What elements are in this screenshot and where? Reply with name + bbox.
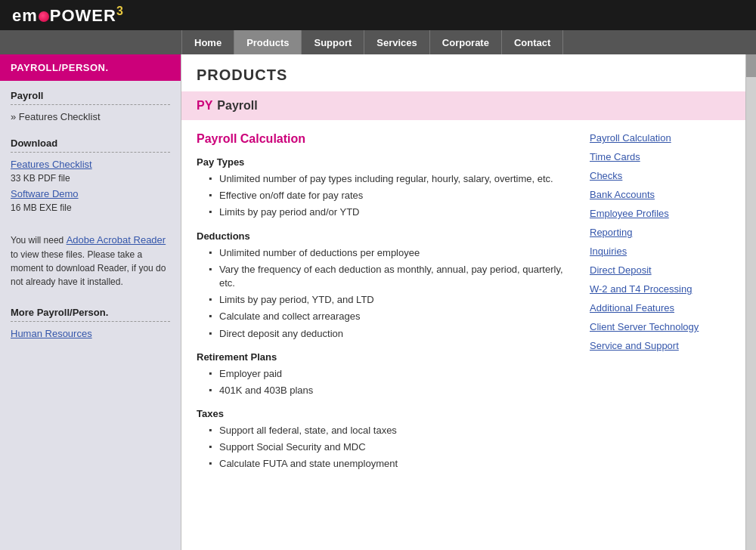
header: emPOWER3 (0, 0, 756, 30)
products-title: PRODUCTS (181, 54, 756, 91)
logo-em: em (12, 6, 38, 25)
right-nav: Payroll CalculationTime CardsChecksBank … (590, 132, 741, 474)
retirement-title: Retirement Plans (197, 351, 575, 363)
right-nav-link[interactable]: Checks (590, 170, 741, 181)
list-item: Employer paid (209, 367, 575, 381)
right-nav-link[interactable]: Client Server Technology (590, 321, 741, 332)
logo-circle-icon (39, 11, 49, 22)
payroll-title-text: Payroll (217, 99, 257, 113)
list-item: Calculate and collect arrearages (209, 310, 575, 323)
sidebar-features-checklist-size: 33 KB PDF file (11, 171, 170, 185)
sidebar-divider-3 (11, 321, 170, 322)
taxes-title: Taxes (197, 408, 575, 419)
sidebar-software-demo-link[interactable]: Software Demo (11, 188, 170, 199)
taxes-list: Support all federal, state, and local ta… (209, 424, 575, 471)
sidebar-human-resources-link[interactable]: Human Resources (11, 328, 170, 339)
list-item: Limits by pay period and/or YTD (209, 205, 575, 219)
sidebar-features-checklist-link[interactable]: Features Checklist (11, 159, 170, 170)
py-badge: PY (197, 99, 212, 113)
sidebar-note-text: You will need Adobe Acrobat Reader to vi… (11, 233, 170, 289)
logo: emPOWER3 (12, 5, 124, 26)
sidebar: PAYROLL/PERSON. Payroll » Features Check… (0, 54, 181, 550)
sidebar-note-text-2: to view these files. Please take a momen… (11, 249, 166, 287)
right-nav-link[interactable]: Inquiries (590, 246, 741, 257)
nav-home[interactable]: Home (181, 30, 234, 54)
pay-types-title: Pay Types (197, 156, 575, 168)
sidebar-divider-2 (11, 152, 170, 153)
retirement-list: Employer paid401K and 403B plans (209, 367, 575, 397)
main-content: Payroll Calculation Pay Types Unlimited … (197, 132, 575, 474)
nav-corporate[interactable]: Corporate (430, 30, 502, 54)
right-nav-link[interactable]: Reporting (590, 227, 741, 238)
sidebar-software-demo-size: 16 MB EXE file (11, 201, 170, 215)
page-header-band: PY Payroll (181, 91, 756, 120)
sidebar-more-section: More Payroll/Person. Human Resources (0, 298, 181, 347)
right-nav-link[interactable]: W-2 and T4 Processing (590, 283, 741, 295)
scrollbar-thumb[interactable] (746, 54, 756, 77)
main-wrapper: PAYROLL/PERSON. Payroll » Features Check… (0, 54, 756, 550)
sidebar-note-text-1: You will need (11, 235, 67, 246)
right-nav-link[interactable]: Service and Support (590, 340, 741, 351)
logo-power: POWER (50, 6, 116, 25)
list-item: 401K and 403B plans (209, 384, 575, 397)
sidebar-note-section: You will need Adobe Acrobat Reader to vi… (0, 224, 181, 298)
sidebar-header: PAYROLL/PERSON. (0, 54, 181, 81)
right-nav-link[interactable]: Direct Deposit (590, 264, 741, 276)
list-item: Direct deposit any deduction (209, 327, 575, 341)
pay-types-list: Unlimited number of pay types including … (209, 172, 575, 220)
section-heading: Payroll Calculation (197, 132, 575, 146)
list-item: Support Social Security and MDC (209, 440, 575, 454)
scrollbar: ▲ (745, 54, 756, 550)
sidebar-payroll-title: Payroll (11, 90, 170, 101)
nav-support[interactable]: Support (302, 30, 364, 54)
sidebar-divider-1 (11, 104, 170, 105)
sidebar-features-arrow: » Features Checklist (11, 111, 101, 122)
list-item: Calculate FUTA and state unemployment (209, 457, 575, 471)
logo-cube: 3 (116, 5, 124, 17)
list-item: Unlimited number of deductions per emplo… (209, 246, 575, 260)
sidebar-adobe-link[interactable]: Adobe Acrobat Reader (67, 234, 166, 246)
logo-text: emPOWER3 (12, 6, 124, 25)
right-nav-link[interactable]: Payroll Calculation (590, 132, 741, 144)
list-item: Effective on/off date for pay rates (209, 189, 575, 202)
list-item: Limits by pay period, YTD, and LTD (209, 293, 575, 307)
right-nav-link[interactable]: Employee Profiles (590, 208, 741, 219)
nav: Home Products Support Services Corporate… (0, 30, 756, 54)
sidebar-download-title: Download (11, 138, 170, 149)
sidebar-payroll-section: Payroll » Features Checklist (0, 81, 181, 128)
right-nav-link[interactable]: Additional Features (590, 302, 741, 314)
sidebar-more-title: More Payroll/Person. (11, 307, 170, 318)
list-item: Vary the frequency of each deduction as … (209, 263, 575, 290)
content-area: PRODUCTS PY Payroll Payroll Calculation … (181, 54, 756, 550)
right-nav-link[interactable]: Time Cards (590, 151, 741, 162)
nav-products[interactable]: Products (234, 30, 302, 54)
list-item: Support all federal, state, and local ta… (209, 424, 575, 437)
deductions-list: Unlimited number of deductions per emplo… (209, 246, 575, 341)
content-body: Payroll Calculation Pay Types Unlimited … (181, 120, 756, 487)
right-nav-link[interactable]: Bank Accounts (590, 189, 741, 200)
list-item: Unlimited number of pay types including … (209, 172, 575, 186)
deductions-title: Deductions (197, 230, 575, 242)
nav-services[interactable]: Services (364, 30, 430, 54)
nav-contact[interactable]: Contact (502, 30, 563, 54)
sidebar-download-section: Download Features Checklist 33 KB PDF fi… (0, 128, 181, 224)
